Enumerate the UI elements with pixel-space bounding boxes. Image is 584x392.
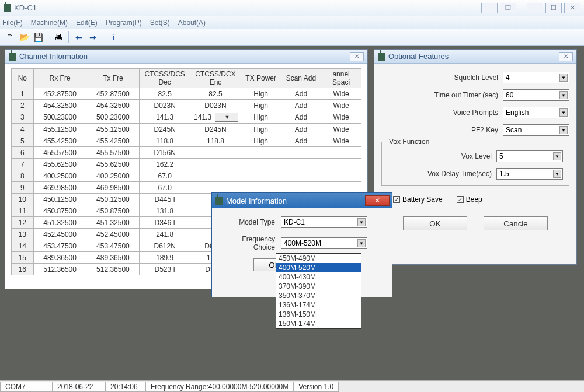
- vox-delay-label: Vox Delay Time(sec): [427, 170, 492, 178]
- app-icon: [4, 4, 11, 12]
- radio-icon: [378, 52, 385, 61]
- read-icon[interactable]: ⬅: [72, 31, 85, 44]
- menu-edit[interactable]: Edit(E): [76, 19, 98, 27]
- status-time: 20:14:06: [105, 382, 146, 392]
- table-row[interactable]: 3500.23000500.23000141.3141.3▼HighAddWid…: [12, 111, 361, 124]
- channel-close-icon[interactable]: ✕: [350, 52, 364, 61]
- table-row[interactable]: 7455.62500455.62500162.2: [12, 159, 361, 170]
- model-close-button[interactable]: ✕: [365, 195, 390, 206]
- table-row[interactable]: 1452.87500452.8750082.582.5HighAddWide: [12, 88, 361, 100]
- channel-info-title: Channel Information: [19, 52, 88, 61]
- pf2-select[interactable]: Scan▼: [503, 124, 569, 136]
- open-icon[interactable]: 📂: [18, 31, 30, 44]
- chevron-down-icon: ▼: [559, 126, 568, 134]
- close-button[interactable]: ✕: [564, 3, 580, 13]
- voice-label: Voice Prompts: [453, 108, 498, 117]
- new-icon[interactable]: 🗋: [4, 31, 16, 44]
- table-row[interactable]: 5455.42500455.42500118.8118.8HighAddWide: [12, 135, 361, 147]
- table-row[interactable]: 2454.32500454.32500D023ND023NHighAddWide: [12, 100, 361, 111]
- status-version: Version 1.0: [293, 382, 339, 392]
- menu-machine[interactable]: Machine(M): [31, 19, 68, 27]
- model-type-select[interactable]: KD-C1▼: [281, 216, 367, 228]
- dropdown-option[interactable]: 400M-520M: [276, 263, 361, 272]
- menu-file[interactable]: File(F): [2, 19, 23, 27]
- dropdown-option[interactable]: 400M-430M: [276, 272, 361, 282]
- optional-ok-button[interactable]: OK: [403, 216, 467, 230]
- workspace: Channel Information ✕ No Rx Fre Tx Fre C…: [0, 46, 584, 380]
- dropdown-option[interactable]: 136M-150M: [276, 310, 361, 319]
- timeout-select[interactable]: 60▼: [503, 89, 569, 101]
- vox-legend: Vox Function: [387, 138, 432, 146]
- print-icon[interactable]: 🖶: [52, 31, 65, 44]
- optional-features-window: Optional Features ✕ Squelch Level 4▼ Tim…: [374, 49, 577, 265]
- freq-dropdown-list[interactable]: 450M-490M400M-520M400M-430M370M-390M350M…: [276, 253, 361, 329]
- col-sp: annel Spaci: [321, 69, 361, 88]
- titlebar-minimize-dup[interactable]: —: [481, 3, 498, 13]
- vox-group: Vox Function Vox Level 5▼ Vox Delay Time…: [381, 142, 569, 186]
- menu-program[interactable]: Program(P): [106, 19, 142, 27]
- dropdown-option[interactable]: 350M-370M: [276, 291, 361, 300]
- status-date: 2018-06-22: [52, 382, 106, 392]
- menu-set[interactable]: Set(S): [150, 19, 170, 27]
- radio-icon: [215, 197, 223, 205]
- table-row[interactable]: 9469.98500469.9850067.0: [12, 182, 361, 194]
- squelch-select[interactable]: 4▼: [503, 72, 569, 83]
- squelch-label: Squelch Level: [454, 74, 498, 82]
- beep-checkbox[interactable]: ✓Beep: [457, 195, 482, 204]
- table-row[interactable]: 6455.57500455.57500D156N: [12, 147, 361, 159]
- pf2-label: PF2 Key: [471, 126, 498, 134]
- dropdown-option[interactable]: 370M-390M: [276, 282, 361, 291]
- optional-cancel-button[interactable]: Cancle: [484, 216, 548, 230]
- optional-close-icon[interactable]: ✕: [559, 52, 573, 61]
- app-title: KD-C1: [14, 4, 37, 12]
- vox-delay-select[interactable]: 1.5▼: [496, 168, 563, 180]
- titlebar-restore-dup[interactable]: ❐: [500, 3, 516, 13]
- table-row[interactable]: 4455.12500455.12500D245ND245NHighAddWide: [12, 124, 361, 135]
- menubar: File(F) Machine(M) Edit(E) Program(P) Se…: [0, 16, 584, 29]
- voice-select[interactable]: English▼: [503, 107, 569, 118]
- battery-save-checkbox[interactable]: ✓Battery Save: [393, 195, 443, 204]
- chevron-down-icon: ▼: [553, 170, 561, 178]
- chevron-down-icon: ▼: [559, 108, 568, 117]
- chevron-down-icon[interactable]: ▼: [215, 113, 238, 122]
- dropdown-option[interactable]: 150M-174M: [276, 319, 361, 328]
- save-icon[interactable]: 💾: [32, 31, 44, 44]
- timeout-label: Time out Timer (sec): [434, 91, 498, 99]
- col-dec: CTCSS/DCS Dec: [140, 69, 190, 88]
- col-scan: Scan Add: [281, 69, 321, 88]
- maximize-button[interactable]: ☐: [545, 3, 562, 13]
- freq-choice-label: Frequency Choice: [221, 235, 275, 251]
- chevron-down-icon: ▼: [559, 91, 568, 99]
- table-row[interactable]: 8400.25000400.2500067.0: [12, 170, 361, 182]
- minimize-button[interactable]: —: [527, 3, 543, 13]
- vox-level-label: Vox Level: [461, 152, 492, 160]
- toolbar: 🗋 📂 💾 🖶 ⬅ ➡ i: [0, 29, 584, 46]
- status-freq: Frequency Range:400.00000M-520.00000M: [145, 382, 294, 392]
- col-enc: CTCSS/DCX Enc: [190, 69, 241, 88]
- write-icon[interactable]: ➡: [86, 31, 99, 44]
- chevron-down-icon: ▼: [553, 152, 561, 160]
- dropdown-option[interactable]: 136M-174M: [276, 300, 361, 310]
- radio-icon: [9, 52, 16, 61]
- info-icon[interactable]: i: [107, 31, 120, 44]
- optional-title: Optional Features: [388, 52, 449, 61]
- menu-about[interactable]: About(A): [178, 19, 206, 27]
- chevron-down-icon: ▼: [559, 74, 568, 82]
- col-tx: Tx Fre: [86, 69, 140, 88]
- freq-choice-select[interactable]: 400M-520M▼: [281, 237, 367, 249]
- model-dialog-title: Model Information: [226, 197, 287, 205]
- titlebar: KD-C1 — ❐ — ☐ ✕: [0, 0, 584, 16]
- statusbar: COM7 2018-06-22 20:14:06 Frequency Range…: [0, 380, 584, 392]
- vox-level-select[interactable]: 5▼: [496, 150, 563, 162]
- dropdown-option[interactable]: 450M-490M: [276, 254, 361, 263]
- col-rx: Rx Fre: [33, 69, 86, 88]
- chevron-down-icon: ▼: [357, 239, 366, 247]
- status-com: COM7: [0, 382, 53, 392]
- col-pw: TX Power: [241, 69, 281, 88]
- chevron-down-icon: ▼: [357, 218, 366, 226]
- col-no: No: [12, 69, 34, 88]
- model-type-label: Model Type: [221, 218, 275, 226]
